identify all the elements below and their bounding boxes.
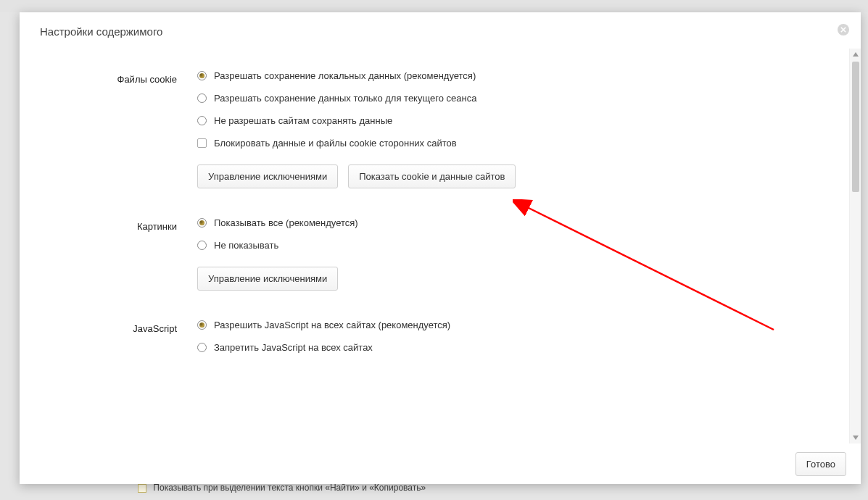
scroll-area: Файлы cookie Разрешать сохранение локаль… [20, 49, 849, 443]
checkbox-icon [197, 138, 207, 148]
radio-row-cookies-session[interactable]: Разрешать сохранение данных только для т… [197, 93, 827, 104]
radio-row-cookies-block[interactable]: Не разрешать сайтам сохранять данные [197, 115, 827, 126]
radio-icon [197, 218, 207, 228]
radio-label: Не разрешать сайтам сохранять данные [214, 115, 392, 126]
radio-icon [197, 93, 207, 103]
radio-icon [197, 116, 207, 125]
behind-option-row: Показывать при выделении текста кнопки «… [138, 483, 426, 493]
behind-option-label: Показывать при выделении текста кнопки «… [153, 483, 426, 493]
checkbox-label: Блокировать данные и файлы cookie сторон… [214, 138, 457, 149]
section-body-images: Показывать все (рекомендуется) Не показы… [197, 217, 827, 291]
section-label-javascript: JavaScript [41, 320, 197, 364]
radio-icon [197, 320, 207, 330]
radio-row-images-show[interactable]: Показывать все (рекомендуется) [197, 217, 827, 228]
radio-row-js-block[interactable]: Запретить JavaScript на всех сайтах [197, 342, 827, 353]
exceptions-button[interactable]: Управление исключениями [197, 164, 338, 188]
radio-label: Запретить JavaScript на всех сайтах [214, 342, 373, 353]
section-cookies: Файлы cookie Разрешать сохранение локаль… [41, 70, 827, 188]
radio-label: Не показывать [214, 240, 278, 251]
section-javascript: JavaScript Разрешить JavaScript на всех … [41, 320, 827, 364]
close-button[interactable] [838, 24, 849, 36]
done-button[interactable]: Готово [795, 452, 846, 476]
dialog-header: Настройки содержимого [20, 12, 861, 45]
dialog-content: Файлы cookie Разрешать сохранение локаль… [20, 49, 861, 443]
section-body-javascript: Разрешить JavaScript на всех сайтах (рек… [197, 320, 827, 364]
cookies-buttons-row: Управление исключениями Показать cookie … [197, 164, 827, 188]
behind-checkbox-icon [138, 484, 146, 493]
radio-row-cookies-allow[interactable]: Разрешать сохранение локальных данных (р… [197, 70, 827, 81]
radio-icon [197, 241, 207, 250]
checkbox-row-thirdparty[interactable]: Блокировать данные и файлы cookie сторон… [197, 138, 827, 149]
dialog-title: Настройки содержимого [40, 25, 845, 38]
radio-label: Разрешить JavaScript на всех сайтах (рек… [214, 320, 450, 330]
exceptions-button[interactable]: Управление исключениями [197, 267, 338, 291]
section-label-cookies: Файлы cookie [41, 70, 197, 188]
content-settings-dialog: Настройки содержимого Файлы cookie Разре… [20, 12, 861, 484]
radio-icon [197, 343, 207, 352]
radio-row-images-hide[interactable]: Не показывать [197, 240, 827, 251]
radio-label: Разрешать сохранение данных только для т… [214, 93, 476, 104]
dialog-footer: Готово [20, 443, 861, 484]
section-label-images: Картинки [41, 217, 197, 291]
vertical-scrollbar[interactable] [849, 49, 861, 443]
radio-label: Показывать все (рекомендуется) [214, 217, 358, 228]
show-cookies-button[interactable]: Показать cookie и данные сайтов [348, 164, 516, 188]
radio-icon [197, 71, 207, 80]
images-buttons-row: Управление исключениями [197, 267, 827, 291]
backdrop [0, 0, 868, 12]
radio-row-js-allow[interactable]: Разрешить JavaScript на всех сайтах (рек… [197, 320, 827, 330]
scrollbar-down-icon [850, 432, 861, 443]
section-images: Картинки Показывать все (рекомендуется) … [41, 217, 827, 291]
section-body-cookies: Разрешать сохранение локальных данных (р… [197, 70, 827, 188]
radio-label: Разрешать сохранение локальных данных (р… [214, 70, 476, 81]
scrollbar-up-icon [850, 49, 861, 60]
scrollbar-thumb[interactable] [852, 62, 859, 192]
close-icon [840, 27, 846, 33]
